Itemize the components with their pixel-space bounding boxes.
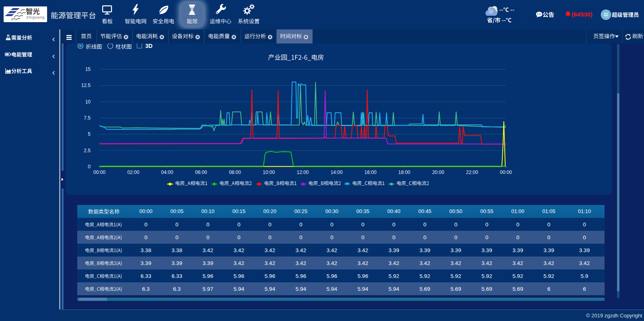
svg-text:20:00: 20:00: [432, 170, 444, 175]
svg-text:16:00: 16:00: [364, 170, 376, 175]
svg-text:7.5: 7.5: [84, 115, 91, 121]
svg-text:22:00: 22:00: [466, 170, 478, 175]
svg-text:12.5: 12.5: [81, 83, 91, 88]
svg-text:5: 5: [88, 131, 91, 137]
svg-text:0: 0: [88, 164, 91, 170]
svg-text:14:00: 14:00: [330, 170, 343, 175]
svg-text:08:00: 08:00: [229, 170, 241, 175]
svg-text:00:00: 00:00: [500, 170, 512, 175]
svg-text:00:00: 00:00: [93, 170, 105, 175]
svg-text:2.5: 2.5: [84, 148, 91, 153]
svg-text:10:00: 10:00: [263, 170, 275, 175]
svg-text:06:00: 06:00: [195, 170, 207, 175]
svg-text:10: 10: [85, 99, 91, 105]
svg-text:18:00: 18:00: [398, 170, 410, 175]
svg-text:15: 15: [85, 66, 91, 72]
svg-text:02:00: 02:00: [127, 170, 139, 175]
svg-text:04:00: 04:00: [161, 170, 173, 175]
svg-text:12:00: 12:00: [297, 170, 309, 175]
